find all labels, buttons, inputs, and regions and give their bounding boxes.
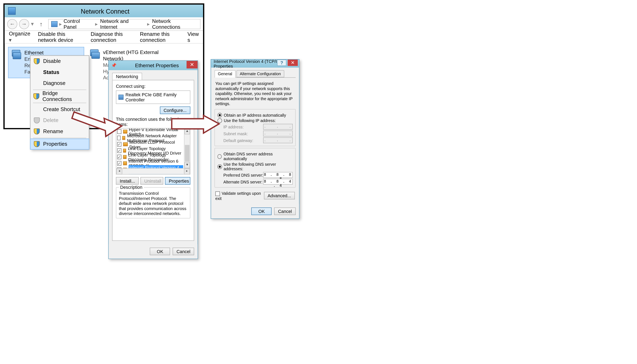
tab-alternate[interactable]: Alternate Configuration (237, 70, 284, 77)
validate-checkbox[interactable]: Validate settings upon exit (215, 191, 264, 201)
label-mask: Subnet mask: (223, 131, 248, 136)
help-button[interactable]: ? (277, 60, 286, 66)
connect-using-label: Connect using: (116, 84, 190, 89)
ctx-disable[interactable]: Disable (31, 56, 89, 67)
scroll-down-button[interactable]: ▼ (184, 162, 190, 168)
component-icon (123, 162, 127, 165)
checkbox[interactable]: ✓ (117, 142, 122, 147)
shield-icon (34, 118, 40, 124)
breadcrumb-3[interactable]: Network Connections (152, 18, 197, 30)
ctx-properties[interactable]: Properties (30, 138, 89, 150)
close-button[interactable]: ✕ (288, 60, 298, 66)
shield-icon (34, 128, 40, 134)
advanced-button[interactable]: Advanced... (264, 192, 295, 200)
field-alt-dns[interactable]: 8 . 8 . 4 . 4 (263, 179, 293, 185)
ctx-bridge[interactable]: Bridge Connections (31, 91, 89, 102)
svg-marker-1 (172, 116, 219, 133)
scroll-left-button[interactable]: ◂ (116, 168, 122, 174)
back-button[interactable]: ← (7, 19, 17, 29)
adapter-icon (11, 50, 21, 64)
svg-marker-0 (72, 112, 122, 136)
field-mask: . . . (263, 130, 293, 136)
hscrollbar[interactable]: ◂ ▸ (116, 168, 190, 174)
ethernet-properties-dialog: 📌 Ethernet Properties ✕ Networking Conne… (108, 60, 198, 259)
address-bar[interactable]: ▸ Control Panel ▸ Network and Internet ▸… (48, 19, 200, 29)
adapter-name: vEthernet (HTG External Network) (103, 50, 160, 62)
ctx-diagnose[interactable]: Diagnose (31, 78, 89, 89)
install-button[interactable]: Install... (116, 177, 139, 185)
cancel-button[interactable]: Cancel (274, 208, 296, 215)
checkbox[interactable]: ✓ (117, 154, 122, 159)
field-gateway: . . . (263, 137, 293, 143)
arrow-1 (72, 104, 127, 138)
up-button[interactable]: ↑ (37, 20, 45, 27)
ctx-status[interactable]: Status (31, 67, 89, 78)
forward-button[interactable]: → (19, 19, 29, 29)
intro-text: You can get IP settings assigned automat… (215, 81, 295, 106)
label-gateway: Default gateway: (223, 138, 253, 143)
recent-dropdown[interactable]: ▾ (31, 20, 34, 27)
organize-menu[interactable]: Organize (9, 31, 30, 43)
ok-button[interactable]: OK (150, 248, 170, 255)
ipv4-properties-dialog: Internet Protocol Version 4 (TCP/IPv4) P… (211, 59, 300, 219)
view-cmd[interactable]: View s (187, 31, 199, 43)
ok-button[interactable]: OK (251, 208, 272, 215)
ip-settings-group: Obtain an IP address automatically Use t… (215, 109, 296, 146)
dns-settings-group: Obtain DNS server address automatically … (215, 148, 296, 188)
label-ip: IP address: (223, 124, 244, 129)
tab-strip: Networking (112, 73, 194, 80)
field-ip: . . . (263, 124, 293, 130)
checkbox[interactable]: ✓ (117, 161, 122, 166)
description-text: Transmission Control Protocol/Internet P… (119, 191, 187, 216)
titlebar: 📌 Ethernet Properties ✕ (109, 61, 198, 70)
breadcrumb-2[interactable]: Network and Internet (100, 18, 144, 30)
pin-icon: 📌 (111, 63, 116, 68)
field-pref-dns[interactable]: 8 . 8 . 8 . 8 (263, 172, 293, 178)
label-alt-dns: Alternate DNS server: (223, 179, 262, 184)
tab-networking[interactable]: Networking (112, 73, 142, 80)
radio-dns-manual[interactable]: Use the following DNS server addresses: (218, 162, 293, 171)
dialog-title: Ethernet Properties (116, 62, 198, 68)
cancel-button[interactable]: Cancel (173, 248, 194, 255)
nav-bar: ← → ▾ ↑ ▸ Control Panel ▸ Network and In… (5, 17, 203, 31)
properties-button[interactable]: Properties (165, 177, 190, 185)
location-icon (51, 21, 58, 27)
scroll-right-button[interactable]: ▸ (184, 168, 190, 174)
adapter-name: Realtek PCIe GBE Family Controller (125, 92, 188, 102)
close-button[interactable]: ✕ (186, 61, 197, 68)
adapter-icon (89, 50, 100, 64)
scroll-thumb[interactable] (185, 145, 190, 162)
connect-using-field: Realtek PCIe GBE Family Controller (116, 90, 190, 104)
description-legend: Description (119, 185, 144, 190)
radio-dns-auto[interactable]: Obtain DNS server address automatically (218, 152, 293, 161)
adapter-icon (118, 94, 123, 100)
component-icon (123, 142, 127, 146)
dialog-footer: OK Cancel (109, 244, 198, 259)
radio-ip-manual[interactable]: Use the following IP address: (218, 118, 293, 123)
component-icon (123, 155, 127, 159)
titlebar: Network Connect (5, 5, 203, 17)
titlebar: Internet Protocol Version 4 (TCP/IPv4) P… (211, 60, 299, 68)
checkbox[interactable]: ✓ (117, 148, 122, 153)
description-group: Description Transmission Control Protoco… (116, 187, 190, 218)
rename-cmd[interactable]: Rename this connection (140, 31, 180, 43)
shield-icon (34, 141, 40, 147)
arrow-2 (170, 116, 221, 137)
shield-icon (34, 58, 40, 64)
diagnose-cmd[interactable]: Diagnose this connection (91, 31, 132, 43)
tab-general[interactable]: General (215, 70, 236, 78)
window-title: Network Connect (19, 8, 199, 15)
shield-icon (34, 93, 39, 99)
configure-button[interactable]: Configure... (160, 106, 190, 114)
tab-strip: General Alternate Configuration (215, 70, 296, 78)
window-icon (8, 7, 16, 15)
dialog-footer: OK Cancel (211, 204, 299, 218)
radio-ip-auto[interactable]: Obtain an IP address automatically (218, 113, 293, 118)
disable-device-cmd[interactable]: Disable this network device (38, 31, 83, 43)
command-bar: Organize Disable this network device Dia… (5, 31, 203, 44)
uninstall-button: Uninstall (140, 177, 163, 185)
label-pref-dns: Preferred DNS server: (223, 172, 263, 177)
component-icon (123, 149, 126, 152)
breadcrumb-1[interactable]: Control Panel (64, 18, 92, 30)
